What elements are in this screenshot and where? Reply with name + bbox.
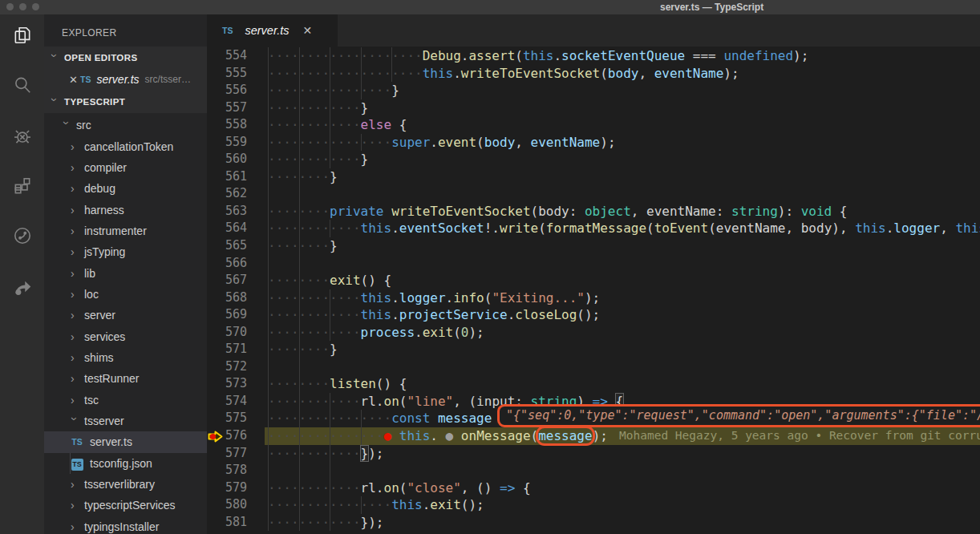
line-number[interactable]: 568 xyxy=(207,289,247,307)
code-line-579[interactable]: 579············rl.on("close", () => { xyxy=(207,479,980,497)
tree-item-label: loc xyxy=(84,288,99,301)
tree-folder-typingsinstaller[interactable]: ›typingsInstaller xyxy=(44,516,207,534)
open-editor-item[interactable]: ✕ TS server.ts src/tsser… xyxy=(44,68,207,91)
code-line-576[interactable]: 576···············● this. ● onMessage(me… xyxy=(207,427,980,445)
code-line-556[interactable]: 556················} xyxy=(207,82,980,99)
tree-item-label: tsserver xyxy=(84,415,124,427)
tree-folder-debug[interactable]: ›debug xyxy=(44,178,207,199)
activity-bar-item-search[interactable] xyxy=(6,71,38,103)
line-number[interactable]: 555 xyxy=(207,65,247,83)
whitespace-dots: ············ xyxy=(268,515,361,530)
share-icon xyxy=(12,276,33,300)
activity-bar-item-explorer[interactable] xyxy=(6,21,38,53)
tree-item-label: instrumenter xyxy=(84,225,147,237)
line-number[interactable]: 578 xyxy=(207,462,247,479)
tree-folder-testrunner[interactable]: ›testRunner xyxy=(44,368,207,389)
tree-item-label: cancellationToken xyxy=(84,140,173,153)
code-line-565[interactable]: 565········} xyxy=(207,237,980,255)
line-number[interactable]: 569 xyxy=(207,306,247,324)
code-text: ············rl.on("close", () => { xyxy=(268,479,531,497)
code-line-554[interactable]: 554····················Debug.assert(this… xyxy=(207,47,980,65)
tree-folder-instrumenter[interactable]: ›instrumenter xyxy=(44,220,207,241)
tree-folder-shims[interactable]: ›shims xyxy=(44,347,207,368)
line-number[interactable]: 560 xyxy=(207,151,247,168)
code-line-581[interactable]: 581············}); xyxy=(207,514,980,532)
activity-bar-item-debug[interactable] xyxy=(6,122,38,154)
line-number[interactable]: 567 xyxy=(207,272,247,289)
code-line-571[interactable]: 571········} xyxy=(207,341,980,358)
code-line-566[interactable]: 566 xyxy=(207,255,980,273)
line-number[interactable]: 579 xyxy=(207,479,247,497)
line-number[interactable]: 554 xyxy=(207,47,247,65)
line-number[interactable]: 572 xyxy=(207,358,247,376)
tree-folder-src[interactable]: ›src xyxy=(44,115,207,136)
tree-folder-tsserverlibrary[interactable]: ›tsserverlibrary xyxy=(44,474,207,495)
code-line-572[interactable]: 572 xyxy=(207,358,980,376)
tree-folder-tsc[interactable]: ›tsc xyxy=(44,389,207,410)
close-icon[interactable]: ✕ xyxy=(302,24,312,37)
code-line-577[interactable]: 577············}); xyxy=(207,445,980,463)
code-line-557[interactable]: 557············} xyxy=(207,99,980,117)
line-number[interactable]: 557 xyxy=(207,99,247,117)
activity-bar-item-source-control[interactable] xyxy=(6,221,38,253)
code-line-570[interactable]: 570············process.exit(0); xyxy=(207,324,980,342)
tree-item-label: tsserverlibrary xyxy=(84,478,155,491)
code-line-563[interactable]: 563········private writeToEventSocket(bo… xyxy=(207,203,980,220)
tree-folder-jstyping[interactable]: ›jsTyping xyxy=(44,241,207,262)
debug-value-tooltip: "{"seq":0,"type":"request","command":"op… xyxy=(497,404,980,427)
tree-file-server-ts[interactable]: TSserver.ts xyxy=(44,431,207,452)
line-number[interactable]: 564 xyxy=(207,220,247,237)
activity-bar-item-share[interactable] xyxy=(6,272,38,304)
line-number[interactable]: 558 xyxy=(207,116,247,134)
maximize-window-button[interactable] xyxy=(32,3,39,10)
chevron-right-icon: › xyxy=(71,523,79,531)
tree-folder-tsserver[interactable]: ›tsserver xyxy=(44,411,207,431)
code-line-568[interactable]: 568············this.logger.info("Exiting… xyxy=(207,289,980,307)
line-number[interactable]: 566 xyxy=(207,255,247,273)
code-line-573[interactable]: 573········listen() { xyxy=(207,375,980,393)
close-icon[interactable]: ✕ xyxy=(69,74,80,86)
line-number[interactable]: 559 xyxy=(207,134,247,152)
code-line-580[interactable]: 580················this.exit(); xyxy=(207,496,980,514)
code-line-564[interactable]: 564············this.eventSocket!.write(f… xyxy=(207,220,980,237)
tree-folder-server[interactable]: ›server xyxy=(44,305,207,326)
line-number[interactable]: 565 xyxy=(207,237,247,255)
typescript-section-header[interactable]: › TYPESCRIPT xyxy=(44,91,207,112)
line-number[interactable]: 575 xyxy=(207,410,247,427)
code-line-558[interactable]: 558············else { xyxy=(207,116,980,134)
tree-folder-cancellationtoken[interactable]: ›cancellationToken xyxy=(44,136,207,156)
line-number[interactable]: 562 xyxy=(207,185,247,203)
tree-folder-harness[interactable]: ›harness xyxy=(44,199,207,220)
code-line-567[interactable]: 567········exit() { xyxy=(207,272,980,289)
line-number[interactable]: 573 xyxy=(207,375,247,393)
line-number[interactable]: 570 xyxy=(207,324,247,342)
line-number[interactable]: 580 xyxy=(207,496,247,514)
code-line-569[interactable]: 569············this.projectService.close… xyxy=(207,306,980,324)
code-line-561[interactable]: 561········} xyxy=(207,168,980,186)
minimize-window-button[interactable] xyxy=(19,3,26,10)
line-number[interactable]: 581 xyxy=(207,514,247,532)
code-line-559[interactable]: 559················super.event(body, eve… xyxy=(207,134,980,152)
tree-folder-loc[interactable]: ›loc xyxy=(44,284,207,305)
open-editors-header[interactable]: › OPEN EDITORS xyxy=(44,47,207,68)
tab-server-ts[interactable]: TS server.ts ✕ xyxy=(207,14,338,47)
line-number[interactable]: 574 xyxy=(207,393,247,411)
code-line-560[interactable]: 560············} xyxy=(207,151,980,168)
line-number[interactable]: 563 xyxy=(207,203,247,220)
tree-file-tsconfig-json[interactable]: TStsconfig.json xyxy=(44,453,207,474)
tree-folder-lib[interactable]: ›lib xyxy=(44,262,207,283)
line-number[interactable]: 577 xyxy=(207,445,247,463)
tree-folder-services[interactable]: ›services xyxy=(44,326,207,346)
code-line-562[interactable]: 562 xyxy=(207,185,980,203)
code-line-555[interactable]: 555····················this.writeToEvent… xyxy=(207,65,980,83)
activity-bar-item-extensions[interactable] xyxy=(6,172,38,204)
tree-folder-compiler[interactable]: ›compiler xyxy=(44,157,207,178)
line-number[interactable]: 561 xyxy=(207,168,247,186)
line-number[interactable]: 556 xyxy=(207,82,247,99)
typescript-file-icon: TS xyxy=(69,437,85,447)
code-line-578[interactable]: 578 xyxy=(207,462,980,479)
line-number[interactable]: 571 xyxy=(207,341,247,358)
close-window-button[interactable] xyxy=(6,3,14,10)
tree-folder-typescriptservices[interactable]: ›typescriptServices xyxy=(44,495,207,516)
debug-current-line-arrow-breakpoint-icon[interactable] xyxy=(208,430,223,447)
